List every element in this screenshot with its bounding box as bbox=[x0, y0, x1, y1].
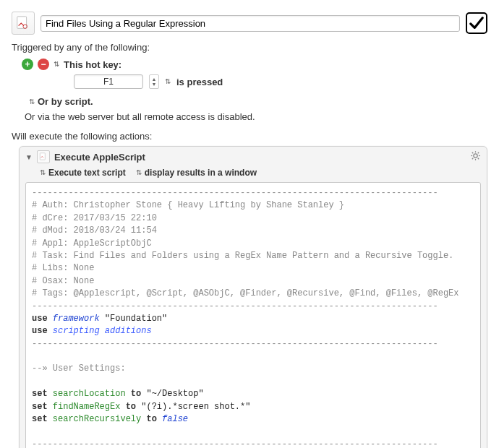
updown-icon: ⇅ bbox=[40, 169, 46, 176]
add-trigger-button[interactable]: + bbox=[22, 59, 33, 70]
macro-icon[interactable] bbox=[12, 12, 35, 35]
results-mode-select[interactable]: ⇅ display results in a window bbox=[136, 168, 257, 178]
svg-point-3 bbox=[474, 154, 477, 158]
applescript-icon bbox=[37, 150, 50, 163]
script-trigger-stepper[interactable]: ⇅ bbox=[29, 98, 35, 105]
svg-line-10 bbox=[472, 158, 473, 159]
checkmark-icon bbox=[469, 15, 485, 31]
remote-trigger-label: Or via the web server but all remote acc… bbox=[25, 111, 487, 122]
svg-line-8 bbox=[472, 152, 473, 153]
pressed-label: is pressed bbox=[176, 77, 223, 87]
pressed-mode-stepper[interactable]: ⇅ bbox=[165, 78, 171, 85]
svg-line-11 bbox=[478, 152, 479, 153]
gear-icon bbox=[470, 150, 481, 161]
svg-rect-2 bbox=[40, 153, 45, 160]
macro-title-input[interactable] bbox=[40, 15, 460, 32]
hotkey-trigger-label: This hot key: bbox=[64, 59, 121, 70]
hotkey-stepper[interactable]: ▲▼ bbox=[149, 74, 159, 89]
script-mode-label: Execute text script bbox=[48, 168, 126, 178]
script-trigger-label: Or by script. bbox=[38, 96, 93, 107]
updown-icon: ⇅ bbox=[136, 169, 142, 176]
remove-trigger-button[interactable]: − bbox=[38, 59, 49, 70]
action-title: Execute AppleScript bbox=[54, 152, 145, 163]
actions-section-label: Will execute the following actions: bbox=[12, 131, 487, 142]
disclosure-triangle[interactable]: ▼ bbox=[25, 153, 33, 161]
svg-rect-0 bbox=[17, 17, 27, 29]
hotkey-field[interactable]: F1 bbox=[74, 74, 143, 89]
script-mode-select[interactable]: ⇅ Execute text script bbox=[40, 168, 126, 178]
trigger-type-stepper[interactable]: ⇅ bbox=[54, 61, 59, 68]
enable-toggle[interactable] bbox=[466, 12, 487, 34]
action-gear-button[interactable] bbox=[470, 150, 481, 163]
svg-line-9 bbox=[478, 158, 479, 159]
script-textarea[interactable]: ----------------------------------------… bbox=[25, 182, 481, 448]
triggers-section-label: Triggered by any of the following: bbox=[12, 42, 487, 53]
action-card: ▼ Execute AppleScript ⇅ Execute text scr… bbox=[19, 146, 487, 448]
results-mode-label: display results in a window bbox=[145, 168, 257, 178]
script-icon bbox=[15, 15, 31, 31]
